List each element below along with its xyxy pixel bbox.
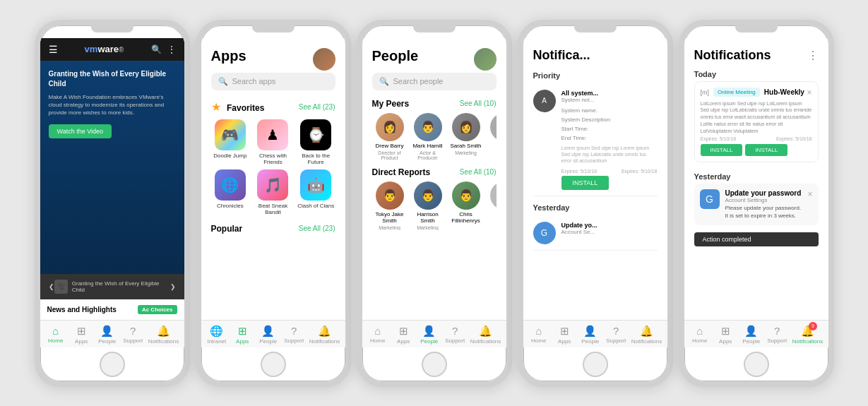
nav-support-label: Support (606, 338, 626, 344)
peer-sarah[interactable]: 👩 Sarah Smith Marketing (448, 113, 484, 160)
phone-notifications-partial: Notifica... Priority A All system... Sys… (518, 20, 673, 387)
people-icon: 👤 (261, 325, 275, 338)
app-clash[interactable]: 🤖 Clash of Clans (297, 169, 335, 215)
back-future-label: Back to the Future (297, 153, 335, 165)
app-beat-sneak[interactable]: 🎵 Beat Sneak Bandit (254, 169, 292, 215)
nav-support[interactable]: ? Support (122, 325, 143, 345)
search-bar[interactable]: 🔍 Search apps (211, 73, 335, 90)
carousel: ❮ 🎥 Granting the Wish of Every Eligible … (40, 274, 184, 299)
home-button[interactable] (422, 352, 447, 377)
end-label: End Time: (561, 135, 587, 141)
nav-people[interactable]: 👤 People (258, 325, 279, 345)
peer-mark[interactable]: 👨 Mark Hamill Actor & Producer (410, 113, 446, 160)
nav-people[interactable]: 👤 People (580, 325, 601, 345)
app-chronicles[interactable]: 🌐 Chronicles (211, 169, 250, 215)
report-avatar-2: 👨 (414, 181, 442, 210)
nav-support-label: Support (767, 338, 787, 344)
nav-people[interactable]: 👤 People (97, 325, 118, 345)
update-icon: G (700, 189, 720, 209)
home-button[interactable] (583, 352, 608, 377)
nav-apps[interactable]: ⊞ Apps (393, 325, 414, 345)
nav-home[interactable]: ⌂ Home (528, 325, 549, 345)
popular-see-all[interactable]: See All (23) (299, 225, 335, 232)
back-future-icon: ⌚ (300, 119, 331, 150)
nav-support[interactable]: ? Support (766, 325, 787, 345)
more-icon[interactable]: ⋮ (167, 44, 176, 54)
app-back-to-future[interactable]: ⌚ Back to the Future (297, 119, 335, 165)
nav-support[interactable]: ? Support (605, 325, 626, 345)
home-button[interactable] (261, 352, 286, 377)
nav-intranet[interactable]: 🌐 Intranet (206, 325, 227, 345)
report-chris[interactable]: 👨 Chris Fillinhenrys (448, 181, 484, 230)
direct-reports-title: Direct Reports (372, 167, 431, 177)
nav-notifications-label: Notifications (631, 338, 662, 345)
peer-other[interactable] (487, 113, 497, 160)
system-notif-form: System name: System Description: Start T… (561, 103, 658, 167)
install-btn-2[interactable]: INSTALL (745, 144, 787, 156)
hero-title: Granting the Wish of Every Eligible Chil… (49, 69, 176, 89)
yesterday-section: Yesterday G Update your password Account… (684, 169, 828, 232)
favorites-see-all[interactable]: See All (23) (299, 103, 335, 111)
nav-people[interactable]: 👤 People (419, 325, 440, 345)
nav-support[interactable]: ? Support (444, 325, 465, 345)
nav-apps[interactable]: ⊞ Apps (554, 325, 575, 345)
meeting-close-button[interactable]: × (807, 88, 811, 97)
nav-home[interactable]: ⌂ Home (689, 325, 711, 345)
user-avatar[interactable] (313, 48, 335, 71)
user-avatar[interactable] (474, 48, 497, 71)
install-button[interactable]: INSTALL (561, 176, 610, 190)
install-buttons: INSTALL INSTALL (701, 144, 812, 156)
install-btn-1[interactable]: INSTALL (701, 144, 743, 156)
nav-home[interactable]: ⌂ Home (45, 325, 66, 345)
more-options-icon[interactable]: ⋮ (807, 49, 819, 62)
nav-notifications[interactable]: 🔔 Notifications (309, 325, 340, 345)
home-button[interactable] (100, 352, 125, 377)
update-close-button[interactable]: × (807, 189, 812, 199)
nav-apps[interactable]: ⊞ Apps (715, 325, 736, 345)
peer-avatar-other (490, 113, 497, 141)
carousel-prev[interactable]: ❮ (49, 283, 54, 290)
nav-notifications[interactable]: 🔔 Notifications (470, 325, 501, 345)
expires-2: Expires: 5/10/18 (776, 136, 812, 141)
sysdesc-label: System Description: (561, 117, 612, 123)
direct-reports-see-all[interactable]: See All (10) (460, 168, 497, 176)
people-search-bar[interactable]: 🔍 Search people (372, 73, 497, 90)
people-icon: 👤 (100, 325, 114, 338)
nav-notifications[interactable]: 🔔9 Notifications (792, 325, 824, 345)
nav-home[interactable]: ⌂ Home (367, 325, 388, 345)
home-button[interactable] (744, 352, 769, 377)
update-notif-item[interactable]: G Update yo... Account Se... (533, 216, 658, 251)
report-other[interactable] (487, 181, 497, 230)
favorites-grid: 🎮 Doodle Jump ♟ Chess with Friends ⌚ Bac… (201, 117, 345, 218)
nav-apps[interactable]: ⊞ Apps (71, 325, 92, 345)
peer-drew[interactable]: 👩 Drew Barry Director of Product (372, 113, 408, 160)
notification-badge: 9 (809, 322, 817, 330)
app-chess[interactable]: ♟ Chess with Friends (254, 119, 292, 165)
nav-apps[interactable]: ⊞ Apps (232, 325, 253, 345)
nav-notifications[interactable]: 🔔 Notifications (631, 325, 662, 345)
system-notif-item[interactable]: A All system... System not... System nam… (533, 84, 658, 196)
apps-icon: ⊞ (560, 325, 569, 338)
nav-support[interactable]: ? Support (283, 325, 304, 345)
nav-notifications[interactable]: 🔔 Notifications (148, 325, 179, 345)
app-doodle-jump[interactable]: 🎮 Doodle Jump (211, 119, 250, 165)
news-title: News and Highlights (47, 306, 117, 314)
report-tokyo[interactable]: 👨 Tokyo Jake Smith Marketing (372, 181, 408, 230)
phone-home: ☰ vmware® 🔍 ⋮ Granting the Wish of Every… (35, 20, 190, 387)
expires-1: Expires: 5/10/18 (561, 169, 598, 174)
people-screen: People 🔍 Search people My Peers See All … (362, 38, 506, 347)
notifications-partial-screen: Notifica... Priority A All system... Sys… (523, 38, 667, 347)
menu-icon[interactable]: ☰ (49, 44, 58, 55)
nav-home-label: Home (531, 338, 546, 344)
support-icon: ? (774, 325, 780, 337)
peer-drew-name: Drew Barry (375, 143, 403, 149)
report-harrison[interactable]: 👨 Harrison Smith Marketing (410, 181, 446, 230)
ac-choices-badge[interactable]: Ac Choices (138, 305, 177, 314)
watch-video-button[interactable]: Watch the Video (49, 124, 112, 138)
carousel-next[interactable]: ❯ (170, 283, 176, 290)
my-peers-see-all[interactable]: See All (10) (460, 100, 497, 107)
search-icon[interactable]: 🔍 (151, 44, 162, 54)
nav-people[interactable]: 👤 People (741, 325, 762, 345)
yesterday-label: Yesterday (694, 172, 819, 181)
phone-people: People 🔍 Search people My Peers See All … (357, 20, 512, 387)
